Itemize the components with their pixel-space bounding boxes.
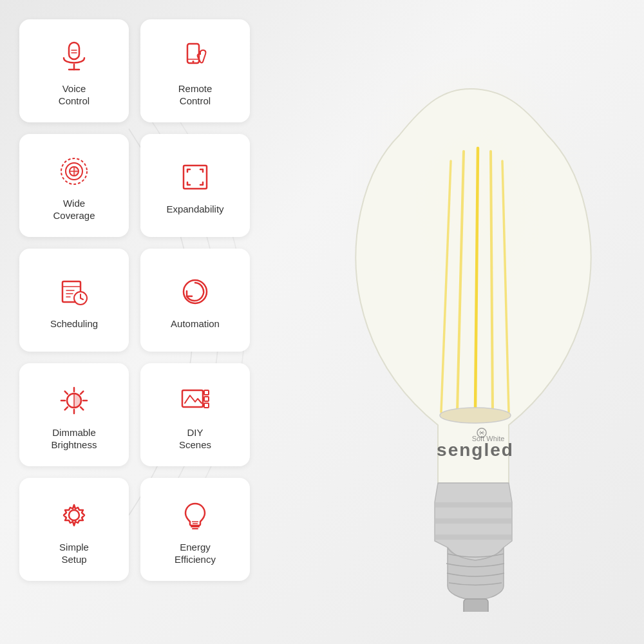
feature-label-automation: Automation: [171, 317, 220, 330]
svg-text:sengled: sengled: [437, 440, 514, 460]
svg-rect-5: [187, 44, 199, 63]
svg-point-38: [69, 510, 79, 520]
svg-line-31: [65, 407, 68, 410]
feature-card-energy-efficiency: EnergyEfficiency: [140, 478, 250, 581]
phone-touch-icon: [176, 37, 214, 76]
svg-rect-51: [435, 518, 512, 524]
feature-card-simple-setup: SimpleSetup: [19, 478, 129, 581]
feature-card-remote-control: RemoteControl: [140, 19, 250, 122]
feature-label-expandability: Expandability: [166, 203, 223, 216]
svg-rect-36: [204, 397, 209, 401]
svg-rect-37: [204, 403, 209, 408]
feature-card-automation: Automation: [140, 249, 250, 352]
expand-arrows-icon: [176, 158, 214, 196]
gear-icon: [55, 496, 93, 535]
feature-card-expandability: Expandability: [140, 134, 250, 237]
svg-rect-50: [435, 502, 512, 507]
feature-label-wide-coverage: WideCoverage: [53, 197, 95, 222]
feature-label-voice-control: VoiceControl: [59, 82, 90, 108]
bulb-illustration: sengled Soft White: [322, 32, 644, 612]
feature-card-scheduling: Scheduling: [19, 249, 129, 352]
svg-text:Soft White: Soft White: [472, 435, 505, 442]
wifi-signal-icon: [55, 152, 93, 191]
refresh-circle-icon: [176, 272, 214, 311]
feature-label-remote-control: RemoteControl: [178, 82, 213, 108]
features-grid: VoiceControl RemoteControl: [19, 19, 250, 581]
svg-rect-0: [69, 43, 79, 59]
calendar-clock-icon: [55, 272, 93, 311]
feature-card-voice-control: VoiceControl: [19, 19, 129, 122]
svg-rect-53: [464, 599, 488, 612]
sun-half-icon: [55, 381, 93, 420]
svg-rect-35: [204, 390, 209, 395]
feature-label-energy-efficiency: EnergyEfficiency: [175, 541, 216, 566]
feature-label-scheduling: Scheduling: [50, 317, 98, 330]
svg-point-49: [440, 408, 511, 423]
feature-label-diy-scenes: DIYScenes: [179, 426, 211, 451]
svg-line-30: [80, 391, 83, 393]
image-grid-icon: [176, 381, 214, 420]
svg-line-29: [80, 407, 83, 410]
feature-card-dimmable-brightness: DimmableBrightness: [19, 363, 129, 466]
feature-label-simple-setup: SimpleSetup: [59, 541, 89, 566]
svg-point-7: [193, 61, 194, 62]
feature-card-wide-coverage: WideCoverage: [19, 134, 129, 237]
svg-rect-52: [435, 535, 512, 540]
feature-label-dimmable-brightness: DimmableBrightness: [52, 426, 97, 451]
lightbulb-icon: [176, 496, 214, 535]
microphone-icon: [55, 37, 93, 76]
feature-card-diy-scenes: DIYScenes: [140, 363, 250, 466]
svg-line-28: [65, 391, 68, 393]
